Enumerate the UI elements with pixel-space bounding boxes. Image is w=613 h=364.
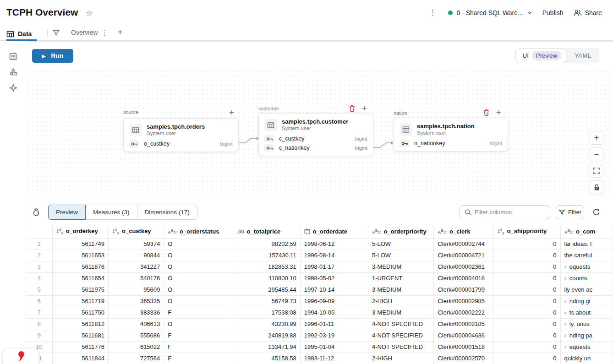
cell[interactable]: 0 xyxy=(493,272,560,284)
cell[interactable]: 3-MEDIUM xyxy=(368,307,434,318)
cell[interactable]: 555686 xyxy=(108,330,164,341)
cell[interactable]: 4-NOT SPECIFIED xyxy=(368,318,434,330)
field-row[interactable]: c_custkey bigint xyxy=(264,134,367,143)
cell[interactable]: 1998-05-02 xyxy=(300,272,368,284)
cell[interactable]: 1998-06-12 xyxy=(300,238,368,250)
cell[interactable]: lar ideas. f xyxy=(560,238,613,250)
preview-table-container[interactable]: 123o_orderkey123o_custkeyABCo_orderstatu… xyxy=(26,225,613,364)
cell[interactable]: 365335 xyxy=(108,295,164,307)
cell[interactable]: F xyxy=(164,307,233,318)
zoom-in-button[interactable]: + xyxy=(590,131,603,145)
field-row[interactable]: n_nationkey bigint xyxy=(400,139,502,148)
column-header[interactable]: 123o_shippriority xyxy=(493,225,560,238)
cell[interactable]: ›ly. unus xyxy=(560,318,613,330)
cell[interactable]: quickly un xyxy=(560,353,613,364)
cell[interactable]: 5611681 xyxy=(52,330,108,341)
cell[interactable]: 133471.94 xyxy=(233,341,301,353)
expand-cell-icon[interactable]: › xyxy=(564,309,566,316)
cell[interactable]: Clerk#000002570 xyxy=(434,353,493,364)
zoom-out-button[interactable]: − xyxy=(590,147,603,161)
expand-cell-icon[interactable]: › xyxy=(564,321,566,327)
cell[interactable]: 0 xyxy=(493,261,560,272)
cell[interactable]: 56749.73 xyxy=(233,295,301,307)
cell[interactable]: 0 xyxy=(493,295,560,307)
cell[interactable]: 727564 xyxy=(108,353,164,364)
cell[interactable]: ›ts about xyxy=(560,307,613,318)
cell[interactable]: F xyxy=(164,353,233,364)
add-column-icon[interactable]: + xyxy=(229,109,234,116)
cell[interactable]: 17538.08 xyxy=(233,307,301,318)
fit-view-button[interactable] xyxy=(590,164,603,178)
tab-overview[interactable]: Overview xyxy=(71,29,98,36)
column-header[interactable]: 123o_orderkey xyxy=(52,225,108,238)
cell[interactable]: 59374 xyxy=(108,238,164,250)
cell[interactable]: 5611749 xyxy=(52,238,108,250)
cell[interactable]: 1-URGENT xyxy=(368,272,434,284)
tab-measures[interactable]: Measures (3) xyxy=(85,205,137,220)
cell[interactable]: 98202.59 xyxy=(233,238,301,250)
column-header[interactable]: ABCo_com xyxy=(560,225,613,238)
cell[interactable]: Clerk#000004721 xyxy=(434,250,493,261)
cell[interactable]: 90844 xyxy=(108,250,164,261)
cell[interactable]: 1996-09-09 xyxy=(300,295,368,307)
cell[interactable]: 5-LOW xyxy=(368,250,434,261)
cell[interactable]: 341227 xyxy=(108,261,164,272)
cell[interactable]: Clerk#000002222 xyxy=(434,307,493,318)
cell[interactable]: 540176 xyxy=(108,272,164,284)
cell[interactable]: 4-NOT SPECIFIED xyxy=(368,341,434,353)
filter-columns-field[interactable] xyxy=(460,205,550,219)
model-canvas[interactable]: source + samples.tpch.orders System user… xyxy=(26,69,613,199)
cell[interactable]: 182853.31 xyxy=(233,261,301,272)
cell[interactable]: 5611975 xyxy=(52,284,108,295)
cell[interactable]: Clerk#000002985 xyxy=(434,295,493,307)
cell[interactable]: ›nding pa xyxy=(560,330,613,341)
cell[interactable]: O xyxy=(164,318,233,330)
cell[interactable]: 295485.44 xyxy=(233,284,301,295)
column-header[interactable]: .00o_totalprice xyxy=(233,225,301,238)
table-card-orders[interactable]: samples.tpch.orders System user o_custke… xyxy=(123,118,239,152)
cell[interactable]: 5611812 xyxy=(52,318,108,330)
lock-canvas-button[interactable] xyxy=(590,180,603,194)
mode-yaml-button[interactable]: YAML xyxy=(566,52,599,59)
cell[interactable]: F xyxy=(164,330,233,341)
cell[interactable]: Clerk#000002744 xyxy=(434,238,493,250)
cell[interactable]: 0 xyxy=(493,341,560,353)
filter-columns-input[interactable] xyxy=(475,209,545,216)
cell[interactable]: lly even ac xyxy=(560,284,613,295)
cell[interactable]: 110800.10 xyxy=(233,272,301,284)
column-header[interactable]: o_orderdate xyxy=(300,225,368,238)
field-row[interactable]: c_nationkey bigint xyxy=(264,143,367,152)
cell[interactable]: 406613 xyxy=(108,318,164,330)
cell[interactable]: Clerk#000002361 xyxy=(434,261,493,272)
tab-data[interactable]: Data xyxy=(6,27,32,41)
cell[interactable]: 0 xyxy=(493,353,560,364)
column-header[interactable]: 123o_custkey xyxy=(108,225,164,238)
expand-cell-icon[interactable]: › xyxy=(564,298,566,304)
add-column-icon[interactable]: + xyxy=(362,105,367,112)
cell[interactable]: 240819.88 xyxy=(233,330,301,341)
details-panel-icon[interactable] xyxy=(9,53,17,60)
header-overflow-menu-icon[interactable]: ⋮ xyxy=(427,8,438,17)
assistant-launcher[interactable] xyxy=(3,348,38,364)
cell[interactable]: 2-HIGH xyxy=(368,295,434,307)
cell[interactable]: 1998-01-17 xyxy=(300,261,368,272)
tab-overview-menu-icon[interactable]: ⋮ xyxy=(101,29,108,37)
cell[interactable]: O xyxy=(164,238,233,250)
cell[interactable]: ›equests xyxy=(560,341,613,353)
cell[interactable]: 5611654 xyxy=(52,272,108,284)
cell[interactable]: 383336 xyxy=(108,307,164,318)
cell[interactable]: 1992-03-19 xyxy=(300,330,368,341)
expand-cell-icon[interactable]: › xyxy=(564,332,566,339)
cell[interactable]: 5611750 xyxy=(52,307,108,318)
mode-ui-button[interactable]: UI Preview xyxy=(515,48,566,63)
cell[interactable]: 5-LOW xyxy=(368,238,434,250)
cell[interactable]: 3-MEDIUM xyxy=(368,261,434,272)
field-row[interactable]: o_custkey bigint xyxy=(129,139,233,148)
cell[interactable]: ›equests xyxy=(560,261,613,272)
cell[interactable]: 5611719 xyxy=(52,295,108,307)
tab-preview[interactable]: Preview xyxy=(48,205,86,220)
cell[interactable]: O xyxy=(164,272,233,284)
cell[interactable]: 3-MEDIUM xyxy=(368,284,434,295)
cell[interactable]: Clerk#000004636 xyxy=(434,330,493,341)
cell[interactable]: 5611776 xyxy=(52,341,108,353)
